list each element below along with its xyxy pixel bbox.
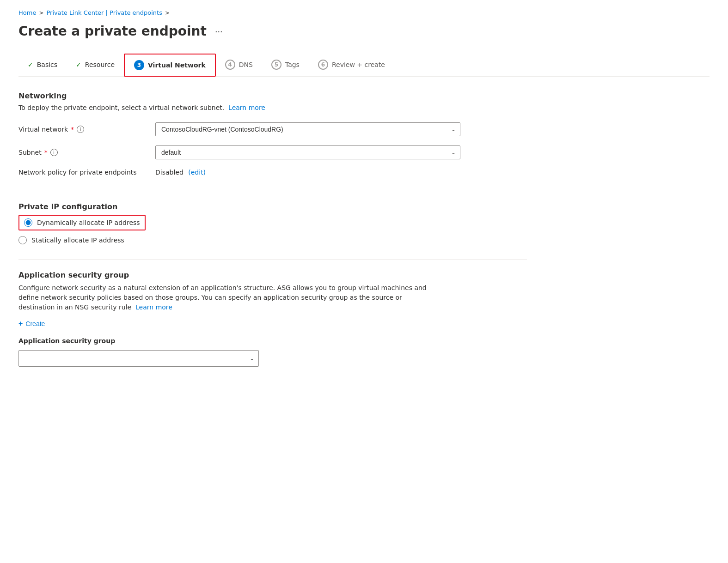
virtual-network-select-wrapper: ContosoCloudRG-vnet (ContosoCloudRG) ⌄ [155, 122, 460, 136]
network-policy-value: Disabled (edit) [155, 169, 206, 176]
dns-step-circle: 4 [225, 60, 235, 70]
private-ip-section: Private IP configuration Dynamically all… [18, 202, 527, 244]
breadcrumb-home[interactable]: Home [18, 9, 36, 16]
asg-learn-more-link[interactable]: Learn more [135, 303, 172, 311]
virtual-network-required: * [71, 126, 74, 133]
private-ip-title: Private IP configuration [18, 202, 527, 211]
radio-dynamic-label: Dynamically allocate IP address [37, 219, 140, 226]
page-title: Create a private endpoint [18, 24, 207, 39]
plus-icon: + [18, 320, 23, 328]
radio-item-dynamic[interactable]: Dynamically allocate IP address [18, 215, 146, 230]
tabs-row: ✓ Basics ✓ Resource 3 Virtual Network 4 … [18, 54, 710, 77]
subnet-label: Subnet * i [18, 149, 148, 156]
radio-static-input[interactable] [18, 236, 27, 244]
tab-tags[interactable]: 5 Tags [262, 54, 309, 77]
divider-1 [18, 191, 527, 191]
asg-desc-text: Configure network security as a natural … [18, 284, 427, 311]
page-title-row: Create a private endpoint ··· [18, 24, 710, 39]
tab-dns[interactable]: 4 DNS [216, 54, 262, 77]
asg-select[interactable] [18, 350, 259, 367]
breadcrumb-sep-2: > [165, 10, 170, 16]
subnet-select-wrapper: default ⌄ [155, 145, 460, 159]
asg-sub-title: Application security group [18, 337, 527, 345]
virtual-network-label-text: Virtual network [18, 126, 68, 133]
tab-dns-label: DNS [239, 61, 253, 68]
asg-title: Application security group [18, 271, 527, 279]
virtual-network-step-circle: 3 [134, 60, 144, 70]
subnet-label-text: Subnet [18, 149, 42, 156]
asg-select-wrapper: ⌄ [18, 350, 259, 367]
subnet-select[interactable]: default [155, 145, 460, 159]
breadcrumb-sep-1: > [39, 10, 43, 16]
breadcrumb: Home > Private Link Center | Private end… [18, 9, 710, 16]
basics-check-icon: ✓ [28, 61, 33, 68]
tags-step-circle: 5 [271, 60, 281, 70]
tab-resource[interactable]: ✓ Resource [67, 55, 124, 75]
divider-2 [18, 259, 527, 260]
network-policy-disabled-text: Disabled [155, 169, 184, 176]
private-ip-radio-group: Dynamically allocate IP address Statical… [18, 215, 527, 244]
network-policy-row: Network policy for private endpoints Dis… [18, 169, 527, 176]
virtual-network-label: Virtual network * i [18, 126, 148, 133]
networking-learn-more-link[interactable]: Learn more [228, 104, 265, 111]
main-content: Networking To deploy the private endpoin… [18, 91, 527, 367]
subnet-info-icon[interactable]: i [50, 149, 58, 156]
tab-review-create[interactable]: 6 Review + create [309, 54, 394, 77]
breadcrumb-private-link[interactable]: Private Link Center | Private endpoints [46, 9, 162, 16]
more-options-button[interactable]: ··· [212, 25, 226, 37]
networking-desc-text: To deploy the private endpoint, select a… [18, 104, 224, 111]
asg-description: Configure network security as a natural … [18, 283, 434, 312]
asg-section: Application security group Configure net… [18, 271, 527, 367]
virtual-network-row: Virtual network * i ContosoCloudRG-vnet … [18, 122, 527, 136]
tab-virtual-network-label: Virtual Network [148, 61, 206, 69]
subnet-row: Subnet * i default ⌄ [18, 145, 527, 159]
tab-basics[interactable]: ✓ Basics [18, 55, 67, 75]
tab-virtual-network[interactable]: 3 Virtual Network [124, 54, 216, 77]
networking-description: To deploy the private endpoint, select a… [18, 104, 527, 111]
tab-review-create-label: Review + create [332, 61, 385, 68]
network-policy-edit-link[interactable]: (edit) [188, 169, 206, 176]
virtual-network-info-icon[interactable]: i [77, 126, 84, 133]
asg-create-label: Create [25, 320, 45, 327]
resource-check-icon: ✓ [76, 61, 81, 68]
networking-title: Networking [18, 91, 527, 100]
asg-create-button[interactable]: + Create [18, 320, 45, 328]
radio-item-static[interactable]: Statically allocate IP address [18, 236, 527, 244]
virtual-network-select[interactable]: ContosoCloudRG-vnet (ContosoCloudRG) [155, 122, 460, 136]
radio-static-label: Statically allocate IP address [31, 236, 124, 244]
review-step-circle: 6 [318, 60, 328, 70]
radio-dynamic-input[interactable] [24, 218, 32, 227]
subnet-required: * [44, 149, 48, 156]
network-policy-label: Network policy for private endpoints [18, 169, 148, 176]
networking-section: Networking To deploy the private endpoin… [18, 91, 527, 176]
tab-basics-label: Basics [37, 61, 57, 68]
tab-resource-label: Resource [85, 61, 115, 68]
tab-tags-label: Tags [285, 61, 300, 68]
